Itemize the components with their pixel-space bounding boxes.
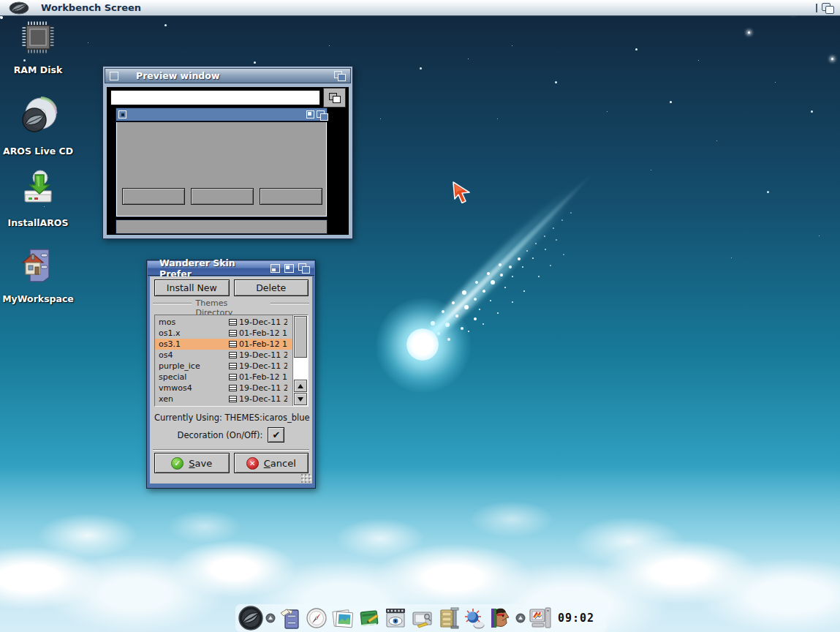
preview-sample-body xyxy=(116,122,327,217)
cd-with-leaf-icon xyxy=(17,96,59,135)
drive-install-arrow-icon xyxy=(20,169,56,207)
theme-date: 19-Dec-11 2 xyxy=(239,383,287,393)
dock-item-amibridge[interactable] xyxy=(527,605,553,631)
dock-item-paint[interactable] xyxy=(488,605,514,631)
resize-grip[interactable] xyxy=(300,473,311,483)
comet-sparkles-small xyxy=(0,16,1,18)
save-button[interactable]: ✓ Save xyxy=(154,453,230,473)
theme-name: mos xyxy=(159,317,229,327)
screen-depth-gadget[interactable] xyxy=(822,3,834,13)
theme-name: os4 xyxy=(159,350,229,360)
currently-using-line: Currently Using: THEMES:icaros_blue xyxy=(154,413,310,423)
theme-date: 19-Dec-11 2 xyxy=(239,350,287,360)
desktop-icon-aros-live-cd[interactable]: AROS Live CD xyxy=(0,96,76,157)
checkmark-icon: ✔ xyxy=(272,429,280,440)
sphere-sparks-icon xyxy=(463,606,486,631)
delete-button[interactable]: Delete xyxy=(234,279,309,296)
decoration-checkbox[interactable]: ✔ xyxy=(268,427,284,443)
scroll-down-button[interactable] xyxy=(294,393,307,405)
preview-sample-button xyxy=(260,188,322,205)
desktop-icon-label: AROS Live CD xyxy=(0,146,76,157)
drawer-icon xyxy=(229,319,237,326)
file-cabinet-book-icon xyxy=(279,606,302,631)
preview-screen-titlebar xyxy=(110,90,320,105)
preview-window: Preview window xyxy=(102,66,353,239)
star xyxy=(748,31,750,34)
theme-row[interactable]: xen 19-Dec-11 2 xyxy=(155,394,292,405)
dock-item-subdock-toggle[interactable] xyxy=(264,605,277,631)
preview-window-titlebar[interactable]: Preview window xyxy=(105,68,351,83)
cancel-button[interactable]: ✕ Cancel xyxy=(234,453,309,473)
arrow-down-icon xyxy=(298,397,303,402)
theme-row-selected[interactable]: os3.1 01-Feb-12 1 xyxy=(155,339,292,350)
comet-core xyxy=(406,328,439,361)
theme-row[interactable]: mos 19-Dec-11 2 xyxy=(155,317,292,328)
themes-list: mos 19-Dec-11 2 os1.x 01-Feb-12 1 os3.1 … xyxy=(154,315,309,407)
dock-item-aros-menu[interactable] xyxy=(238,605,264,631)
theme-date: 01-Feb-12 1 xyxy=(239,339,287,349)
dock-clock[interactable]: 09:02 xyxy=(558,612,594,625)
save-label: Save xyxy=(189,458,212,469)
theme-row[interactable]: special 01-Feb-12 1 xyxy=(155,372,292,383)
amiga-monitor-icon xyxy=(528,606,553,631)
prefs-window-body: Install New Delete Themes Directory mos … xyxy=(150,276,312,484)
titlebar-divider xyxy=(816,4,817,12)
aros-logo-icon xyxy=(9,1,29,15)
drawer-icon xyxy=(229,330,237,336)
wanderer-skin-prefs-window: Wanderer Skin Prefer Install New Delete … xyxy=(146,260,316,489)
drawer-house-icon xyxy=(20,244,56,283)
theme-row[interactable]: vmwos4 19-Dec-11 2 xyxy=(155,383,292,394)
themes-directory-group: Themes Directory xyxy=(153,298,309,309)
dock-item-subdock-toggle-2[interactable] xyxy=(514,605,527,631)
decoration-label: Decoration (On/Off): xyxy=(178,430,263,440)
desktop-icon-myworkspace[interactable]: MyWorkspace xyxy=(0,244,76,304)
dock-item-editor[interactable] xyxy=(356,605,382,631)
theme-row[interactable]: purple_ice 19-Dec-11 2 xyxy=(155,361,292,372)
scroll-up-button[interactable] xyxy=(294,380,307,392)
x-circle-icon: ✕ xyxy=(246,457,259,470)
close-gadget-icon[interactable] xyxy=(110,72,118,80)
theme-name: os3.1 xyxy=(159,339,229,349)
divider xyxy=(153,449,309,451)
desktop-icon-ram-disk[interactable]: RAM Disk xyxy=(0,20,76,75)
dock-item-image-viewer[interactable] xyxy=(330,605,356,631)
currently-using-value: THEMES:icaros_blue xyxy=(225,413,310,423)
theme-name: special xyxy=(159,372,229,382)
photos-icon xyxy=(331,606,355,631)
screen-titlebar[interactable]: Workbench Screen xyxy=(0,0,840,16)
theme-row[interactable]: os4 19-Dec-11 2 xyxy=(155,350,292,361)
preview-screen-depth-box xyxy=(323,88,346,108)
dock-item-wanderer[interactable] xyxy=(277,605,303,631)
dock-item-archiver[interactable] xyxy=(435,605,461,631)
preview-sample-bottom-strip xyxy=(116,219,328,234)
drawer-icon xyxy=(229,374,237,380)
amistart-dock: 09:02 xyxy=(235,604,607,632)
prefs-window-titlebar[interactable]: Wanderer Skin Prefer xyxy=(148,261,314,276)
theme-row[interactable]: os1.x 01-Feb-12 1 xyxy=(155,328,292,339)
theme-date: 01-Feb-12 1 xyxy=(239,372,287,382)
themes-scrollbar[interactable] xyxy=(292,315,308,406)
preview-sample-button xyxy=(122,188,185,205)
depth-gadget-icon[interactable] xyxy=(334,71,346,80)
compass-icon xyxy=(305,606,328,631)
depth-gadget-icon[interactable] xyxy=(298,263,310,273)
scrollbar-track[interactable] xyxy=(293,358,308,380)
dock-item-prefs[interactable] xyxy=(461,605,488,631)
zoom-gadget-icon[interactable] xyxy=(284,264,294,273)
install-new-button[interactable]: Install New xyxy=(154,279,230,296)
drawer-icon xyxy=(229,385,237,391)
eye-film-icon xyxy=(383,606,408,631)
dock-item-media-viewer[interactable] xyxy=(382,605,409,631)
preview-sample-titlebar xyxy=(116,108,327,121)
arrow-up-icon xyxy=(298,384,303,388)
desktop-icon-label: MyWorkspace xyxy=(0,293,76,304)
theme-date: 19-Dec-11 2 xyxy=(239,394,287,404)
desktop-icon-installaros[interactable]: InstallAROS xyxy=(0,169,76,228)
iconify-gadget-icon[interactable] xyxy=(270,264,280,273)
star xyxy=(831,58,833,60)
close-gadget-icon xyxy=(118,110,126,118)
dock-item-screen-grabber[interactable] xyxy=(409,605,435,631)
preview-sample-button xyxy=(191,188,254,205)
dock-item-browser[interactable] xyxy=(303,605,330,631)
scrollbar-knob[interactable] xyxy=(294,316,307,358)
